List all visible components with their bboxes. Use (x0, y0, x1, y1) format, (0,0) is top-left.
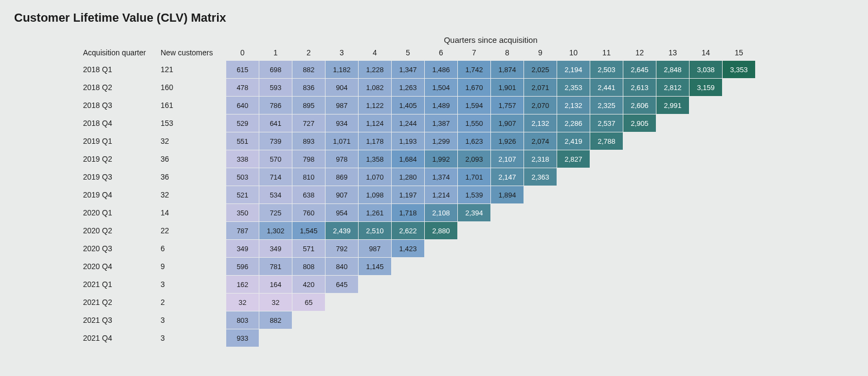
col-head: 15 (723, 45, 755, 60)
clv-cell: 1,718 (392, 204, 424, 221)
clv-cell: 2,286 (557, 114, 590, 132)
new-customers: 2 (161, 294, 226, 311)
clv-cell: 787 (226, 222, 259, 239)
clv-cell: 1,423 (392, 240, 424, 257)
clv-cell (623, 276, 656, 293)
clv-cell (723, 97, 755, 114)
clv-cell: 1,302 (259, 222, 292, 239)
clv-cell: 478 (226, 79, 259, 96)
clv-cell: 1,874 (491, 61, 524, 78)
clv-cell: 987 (326, 97, 358, 114)
clv-cell (723, 329, 755, 347)
clv-cell: 2,510 (359, 222, 391, 239)
clv-cell: 798 (292, 150, 325, 168)
clv-cell: 164 (259, 276, 292, 293)
clv-cell: 810 (292, 168, 325, 186)
clv-cell (425, 294, 457, 311)
col-head: 2 (292, 45, 325, 60)
clv-cell (590, 276, 623, 293)
new-customers: 32 (161, 132, 226, 150)
clv-cell (623, 150, 656, 168)
clv-cell (557, 240, 590, 257)
table-row: 2020 Q2227871,3021,5452,4392,5102,6222,8… (83, 222, 755, 239)
clv-cell (723, 114, 755, 132)
clv-cell: 2,645 (623, 61, 656, 78)
columns-super-title: Quarters since acquisition (226, 35, 755, 44)
clv-cell (458, 329, 490, 347)
new-customers-header: New customers (161, 45, 226, 60)
clv-cell: 32 (259, 294, 292, 311)
table-row: 2021 Q22323265 (83, 294, 755, 311)
clv-cell: 1,197 (392, 186, 424, 203)
new-customers: 3 (161, 276, 226, 293)
col-head: 13 (656, 45, 689, 60)
clv-cell (425, 240, 457, 257)
acquisition-quarter: 2020 Q4 (83, 258, 160, 275)
clv-cell (690, 114, 722, 132)
clv-cell: 32 (226, 294, 259, 311)
acquisition-quarter: 2019 Q1 (83, 132, 160, 150)
table-row: 2018 Q21604785938369041,0821,2631,5041,6… (83, 79, 755, 96)
acquisition-quarter: 2021 Q1 (83, 276, 160, 293)
acquisition-quarter: 2021 Q4 (83, 329, 160, 347)
clv-cell (491, 276, 524, 293)
clv-cell: 1,701 (458, 168, 490, 186)
clv-cell (656, 204, 689, 221)
acquisition-quarter: 2020 Q2 (83, 222, 160, 239)
clv-cell (359, 294, 391, 311)
clv-cell: 551 (226, 132, 259, 150)
clv-cell: 1,124 (359, 114, 391, 132)
clv-cell: 1,244 (392, 114, 424, 132)
clv-cell (690, 222, 722, 239)
clv-cell: 1,907 (491, 114, 524, 132)
acquisition-quarter: 2019 Q3 (83, 168, 160, 186)
clv-cell (690, 97, 722, 114)
clv-cell: 803 (226, 311, 259, 329)
clv-cell: 2,194 (557, 61, 590, 78)
clv-cell (723, 168, 755, 186)
col-head: 3 (326, 45, 358, 60)
clv-cell (723, 276, 755, 293)
clv-cell (590, 168, 623, 186)
clv-cell (590, 311, 623, 329)
clv-cell: 895 (292, 97, 325, 114)
clv-cell (656, 276, 689, 293)
clv-cell (392, 311, 424, 329)
clv-cell: 2,537 (590, 114, 623, 132)
clv-cell (392, 329, 424, 347)
clv-cell: 1,901 (491, 79, 524, 96)
clv-cell (425, 311, 457, 329)
clv-cell: 1,263 (392, 79, 424, 96)
clv-cell: 2,880 (425, 222, 457, 239)
clv-cell: 792 (326, 240, 358, 257)
clv-cell (590, 294, 623, 311)
table-row: 2021 Q33803882 (83, 311, 755, 329)
clv-cell (524, 222, 557, 239)
new-customers: 153 (161, 114, 226, 132)
clv-cell (359, 311, 391, 329)
clv-cell: 2,394 (458, 204, 490, 221)
acquisition-quarter: 2021 Q3 (83, 311, 160, 329)
clv-cell: 1,178 (359, 132, 391, 150)
clv-cell: 570 (259, 150, 292, 168)
clv-cell (690, 329, 722, 347)
clv-cell (259, 329, 292, 347)
clv-cell: 907 (326, 186, 358, 203)
col-head: 7 (458, 45, 490, 60)
new-customers: 36 (161, 150, 226, 168)
clv-cell: 3,159 (690, 79, 722, 96)
clv-cell: 638 (292, 186, 325, 203)
col-head: 11 (590, 45, 623, 60)
col-head: 8 (491, 45, 524, 60)
clv-cell: 2,606 (623, 97, 656, 114)
clv-cell (723, 294, 755, 311)
clv-cell: 2,353 (557, 79, 590, 96)
new-customers: 22 (161, 222, 226, 239)
clv-cell (425, 258, 457, 275)
clv-cell (425, 276, 457, 293)
col-head: 4 (359, 45, 391, 60)
clv-cell: 1,193 (392, 132, 424, 150)
clv-cell: 640 (226, 97, 259, 114)
clv-cell (491, 240, 524, 257)
clv-cell: 1,545 (292, 222, 325, 239)
